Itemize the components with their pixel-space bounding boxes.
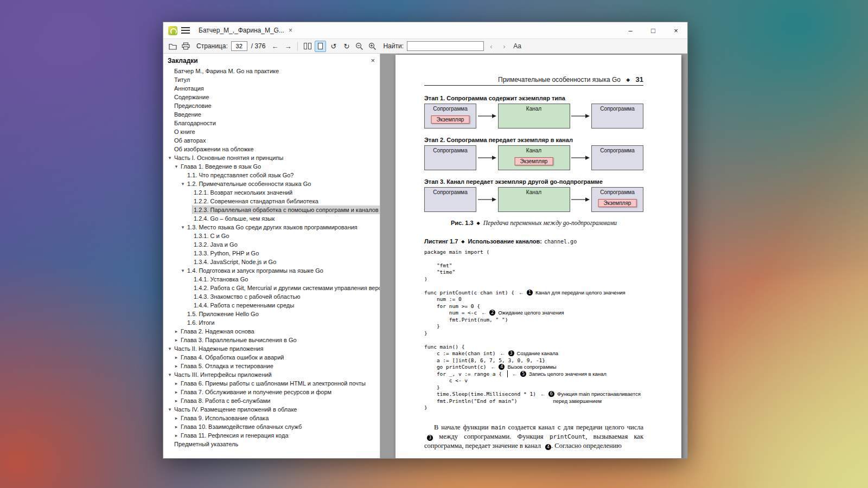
collapse-icon[interactable]: ▾ [167,153,173,162]
collapse-icon[interactable]: ▾ [180,223,186,232]
bookmark-item[interactable]: 1.3.3. Python, PHP и Go [163,249,380,258]
bookmark-item[interactable]: О книге [163,127,380,136]
bookmark-item[interactable]: 1.1. Что представляет собой язык Go? [163,171,380,179]
collapse-icon[interactable]: ▾ [167,344,173,353]
collapse-icon[interactable]: ▾ [180,266,186,275]
paragraph-text: для передачи целого числа [561,423,643,431]
bookmark-item[interactable]: ▾Часть II. Надежные приложения [163,344,380,353]
bookmark-item[interactable]: ▸Глава 2. Надежная основа [163,327,380,336]
annotation-number: 1 [527,290,533,296]
diagram-stages: Этап 1. Сопрограмма содержит экземпляр т… [424,95,643,212]
bookmark-item[interactable]: 1.6. Итоги [163,318,380,327]
bookmark-item[interactable]: 1.4.1. Установка Go [163,275,380,284]
annotation-number: 2 [489,310,495,316]
expand-icon[interactable]: ▸ [173,431,180,440]
bookmark-item[interactable]: ▾Часть III. Интерфейсы приложений [163,370,380,379]
bookmark-item[interactable]: ▸Глава 11. Рефлексия и генерация кода [163,431,380,440]
annotation-text: Запись целого значения в канал [529,371,607,377]
expand-icon[interactable]: ▸ [173,414,180,422]
expand-icon[interactable]: ▸ [173,327,180,336]
bookmark-item[interactable]: ▸Глава 5. Отладка и тестирование [163,362,380,370]
page-number-input[interactable] [231,41,247,51]
facing-view-button[interactable] [302,41,313,52]
single-page-view-button[interactable] [315,41,326,52]
expand-icon[interactable]: ▸ [173,379,180,388]
bookmark-item[interactable]: ▸Глава 7. Обслуживание и получение ресур… [163,388,380,396]
expand-icon[interactable]: ▸ [173,362,180,370]
bookmark-item[interactable]: ▾1.4. Подготовка и запуск программы на я… [163,266,380,275]
maximize-button[interactable]: □ [642,22,665,38]
expand-icon[interactable]: ▸ [173,388,180,396]
expand-icon[interactable]: ▸ [173,336,180,344]
arrow-right-icon [478,155,496,160]
menu-icon[interactable] [181,27,190,34]
bookmark-item[interactable]: Введение [163,110,380,119]
find-next-button[interactable]: › [499,41,510,52]
bookmark-item[interactable]: 1.3.2. Java и Go [163,240,380,249]
bookmark-item[interactable]: Содержание [163,93,380,101]
bookmark-item[interactable]: ▸Глава 3. Параллельные вычисления в Go [163,336,380,344]
bookmark-item[interactable]: ▸Глава 4. Обработка ошибок и аварий [163,353,380,362]
minimize-button[interactable]: – [619,22,642,38]
bookmark-item[interactable]: 1.4.3. Знакомство с рабочей областью [163,292,380,301]
bookmark-item[interactable]: 1.2.2. Современная стандартная библиотек… [163,197,380,206]
bookmark-item[interactable]: 1.5. Приложение Hello Go [163,310,380,318]
bookmark-item[interactable]: ▸Глава 9. Использование облака [163,414,380,422]
bookmark-item[interactable]: Батчер М., Фарина М. Go на практике [163,67,380,75]
bookmark-item[interactable]: ▾Глава 1. Введение в язык Go [163,162,380,171]
previous-page-button[interactable]: ← [269,41,280,52]
toolbar: Страница: / 376 ← → ↺ ↻ [163,38,687,54]
bookmark-item[interactable]: ▸Глава 6. Приемы работы с шаблонами HTML… [163,379,380,388]
bookmark-item[interactable]: 1.4.2. Работа с Git, Mercurial и другими… [163,284,380,292]
next-page-button[interactable]: → [282,41,293,52]
bookmark-item[interactable]: 1.2.3. Параллельная обработка с помощью … [163,206,380,214]
bookmark-item[interactable]: Предисловие [163,101,380,110]
close-button[interactable]: × [665,22,687,38]
rotate-right-button[interactable]: ↻ [341,41,352,52]
annotation-arrow-icon: ← [519,290,524,296]
bookmark-item[interactable]: Предметный указатель [163,440,380,448]
collapse-icon[interactable]: ▾ [167,405,173,414]
annotation-text: Создание канала [517,350,559,356]
rotate-left-button[interactable]: ↺ [328,41,339,52]
match-case-button[interactable]: Aa [512,41,523,52]
bookmark-item[interactable]: ▾Часть IV. Размещение приложений в облак… [163,405,380,414]
bookmark-item[interactable]: Титул [163,75,380,84]
bookmark-label: 1.2.3. Параллельная обработка с помощью … [193,206,380,214]
find-previous-button[interactable]: ‹ [486,41,497,52]
bookmark-item[interactable]: Благодарности [163,119,380,127]
expand-icon[interactable]: ▸ [173,396,180,405]
sidebar-close-icon[interactable]: × [371,56,375,65]
listing-heading: Листинг 1.7◆Использование каналов:channe… [424,238,643,245]
zoom-in-button[interactable] [367,41,378,52]
document-view[interactable]: Примечательные особенности языка Go ◆ 31… [380,54,687,458]
expand-icon[interactable]: ▸ [173,353,180,362]
bookmark-item[interactable]: ▾1.3. Место языка Go среди других языков… [163,223,380,232]
bookmark-item[interactable]: ▸Глава 8. Работа с веб-службами [163,396,380,405]
bookmark-item[interactable]: ▸Глава 10. Взаимодействие облачных служб [163,422,380,431]
bookmark-item[interactable]: 1.3.4. JavaScript, Node.js и Go [163,258,380,266]
bookmark-item[interactable]: 1.2.1. Возврат нескольких значений [163,188,380,197]
sidebar-title: Закладки [168,57,198,65]
open-file-button[interactable] [167,41,178,52]
tab-close-icon[interactable]: × [289,27,292,34]
document-tab[interactable]: Батчер_М_,_Фарина_М_G... × [195,22,296,38]
bookmark-item[interactable]: 1.4.4. Работа с переменными среды [163,301,380,310]
bookmark-item[interactable]: Аннотация [163,84,380,93]
print-button[interactable] [180,41,192,52]
arrow-right-icon [478,113,496,119]
bookmark-item[interactable]: ▾Часть I. Основные понятия и принципы [163,153,380,162]
collapse-icon[interactable]: ▾ [173,162,180,171]
bookmark-item[interactable]: 1.2.4. Go – больше, чем язык [163,214,380,223]
bookmark-item[interactable]: Об изображении на обложке [163,145,380,153]
bookmark-item[interactable]: ▾1.2. Примечательные особенности языка G… [163,179,380,188]
box-label: Канал [499,188,570,195]
find-input[interactable] [407,41,484,51]
bookmark-item[interactable]: Об авторах [163,136,380,145]
bookmark-item[interactable]: 1.3.1. C и Go [163,232,380,240]
collapse-icon[interactable]: ▾ [180,179,186,188]
zoom-out-button[interactable] [354,41,365,52]
expand-icon[interactable]: ▸ [173,422,180,431]
stage-heading: Этап 1. Сопрограмма содержит экземпляр т… [424,95,643,101]
collapse-icon[interactable]: ▾ [167,370,173,379]
